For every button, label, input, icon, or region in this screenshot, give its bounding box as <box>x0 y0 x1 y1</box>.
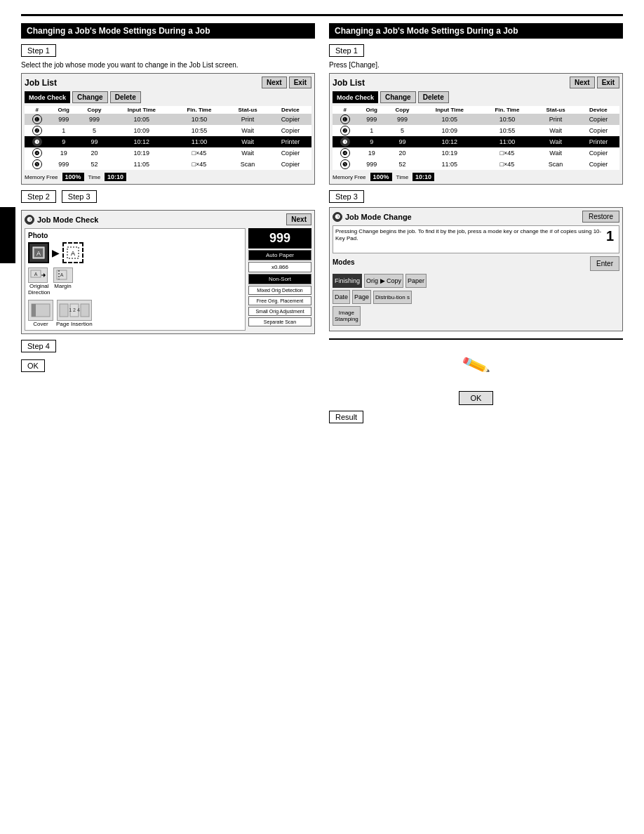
svg-text:A: A <box>60 272 63 277</box>
top-line <box>21 14 623 16</box>
right-memory-value: 100% <box>370 173 392 181</box>
left-step1-label: Step 1 <box>21 44 56 57</box>
left-panel-header: Changing a Job's Mode Settings During a … <box>21 23 315 39</box>
mode-check-next-btn[interactable]: Next <box>286 213 311 225</box>
col-input: Input Time <box>111 106 172 114</box>
time-label: Time <box>88 174 100 180</box>
right-step3-label: Step 3 <box>329 190 364 203</box>
right-ok-btn[interactable]: OK <box>459 391 494 405</box>
svg-marker-8 <box>43 273 46 277</box>
col-copy-r: Copy <box>386 106 419 114</box>
right-job-list-title: Job List <box>333 78 365 88</box>
mode-check-title-text: Job Mode Check <box>37 216 98 224</box>
table-row: ❹ 192010:19□×45 WaitCopier <box>25 147 311 159</box>
table-row: ❶ 99999910:0510:50 PrintCopier <box>25 114 311 125</box>
left-ok-ref: OK <box>21 359 45 372</box>
mode-check-job-num: ❸ <box>25 215 34 225</box>
right-exit-btn[interactable]: Exit <box>597 77 619 88</box>
right-job-table: # Orig Copy Input Time Fin. Time Stat-us… <box>333 106 619 170</box>
separate-scan-btn[interactable]: Separate Scan <box>248 317 311 326</box>
table-row: ❸ 99910:1211:00 WaitPrinter <box>25 136 311 147</box>
free-orig-btn[interactable]: Free Orig. Placement <box>248 296 311 305</box>
left-change-btn[interactable]: Change <box>72 91 108 103</box>
original-direction-label: OriginalDirection <box>28 283 51 296</box>
non-sort-btn[interactable]: Non-Sort <box>248 274 311 284</box>
right-column: Changing a Job's Mode Settings During a … <box>329 23 623 428</box>
right-next-btn[interactable]: Next <box>570 77 595 88</box>
table-row: ❷ 1510:0910:55 WaitCopier <box>333 125 619 136</box>
cover-label: Cover <box>33 321 48 327</box>
col-num-r: # <box>333 106 358 114</box>
left-job-table: # Orig Copy Input Time Fin. Time Stat-us… <box>25 106 311 170</box>
left-job-list-title: Job List <box>25 78 57 88</box>
left-next-btn[interactable]: Next <box>262 77 287 88</box>
left-delete-btn[interactable]: Delete <box>110 91 141 103</box>
col-fin-r: Fin. Time <box>481 106 535 114</box>
restore-btn[interactable]: Restore <box>582 211 619 223</box>
left-mode-check-btn[interactable]: Mode Check <box>25 91 70 103</box>
left-step4-label: Step 4 <box>21 340 56 352</box>
left-job-list-panel: Job List Next Exit Mode Check Change Del… <box>21 73 315 185</box>
orig-copy-btn[interactable]: Orig ▶ Copy <box>364 274 403 288</box>
left-step3-label: Step 3 <box>62 190 97 203</box>
distribution-btn[interactable]: Distribu-tion s <box>373 291 412 304</box>
col-status: Stat-us <box>226 106 269 114</box>
table-row: ❷ 1510:0910:55 WaitCopier <box>25 125 311 136</box>
right-time-value: 10:10 <box>412 173 434 181</box>
col-orig: Orig <box>50 106 78 114</box>
svg-text:1 2 4: 1 2 4 <box>69 307 80 312</box>
bottom-section-line <box>329 338 623 340</box>
modes-label: Modes <box>333 258 355 266</box>
info-text: Pressing Change begins the job. To find … <box>335 228 603 251</box>
mixed-orig-btn[interactable]: Mixed Orig Detection <box>248 286 311 295</box>
right-panel-header: Changing a Job's Mode Settings During a … <box>329 23 623 39</box>
left-exit-btn[interactable]: Exit <box>289 77 311 88</box>
table-row: ❸ 99910:1211:00 WaitPrinter <box>333 136 619 147</box>
svg-text:A: A <box>36 250 41 257</box>
info-box: Pressing Change begins the job. To find … <box>333 225 619 253</box>
memory-free-label: Memory Free <box>25 174 58 180</box>
pencil-area: ✏️ <box>329 354 623 377</box>
margin-icon: A <box>53 267 73 283</box>
page-btn[interactable]: Page <box>352 290 371 304</box>
paper-btn[interactable]: Paper <box>405 274 427 288</box>
right-time-label: Time <box>396 174 408 180</box>
finishing-btn[interactable]: Finishing <box>333 274 362 288</box>
right-step1-text: Press [Change]. <box>329 61 623 69</box>
left-step1-text: Select the job whose mode you want to ch… <box>21 61 315 69</box>
small-orig-btn[interactable]: Small Orig Adjustment <box>248 307 311 316</box>
date-btn[interactable]: Date <box>333 290 350 304</box>
left-step2-label: Step 2 <box>21 190 56 203</box>
left-black-bar <box>0 207 15 263</box>
col-copy: Copy <box>78 106 111 114</box>
right-delete-btn[interactable]: Delete <box>418 91 449 103</box>
right-change-btn[interactable]: Change <box>380 91 416 103</box>
table-row: ❺ 9995211:05□×45 ScanCopier <box>25 159 311 170</box>
page-insertion-icon: 1 2 4 <box>57 300 92 321</box>
pencil-icon: ✏️ <box>460 350 491 380</box>
auto-paper-btn[interactable]: Auto Paper <box>248 250 311 260</box>
time-value: 10:10 <box>105 173 126 181</box>
magnify-btn[interactable]: x0.866 <box>248 262 311 272</box>
table-row: ❺ 9995211:05□×45 ScanCopier <box>333 159 619 170</box>
margin-label: Margin <box>53 283 73 289</box>
image-stamping-btn[interactable]: ImageStamping <box>333 306 361 326</box>
col-status-r: Stat-us <box>534 106 577 114</box>
cover-icon <box>28 300 53 321</box>
svg-rect-17 <box>81 304 89 317</box>
right-memory-free-label: Memory Free <box>333 174 366 180</box>
copy-source-icon: A <box>28 242 49 263</box>
table-row: ❶ 99999910:0510:50 PrintCopier <box>333 114 619 125</box>
right-job-list-panel: Job List Next Exit Mode Check Change Del… <box>329 73 623 185</box>
enter-btn[interactable]: Enter <box>590 256 619 271</box>
right-mode-check-btn[interactable]: Mode Check <box>333 91 378 103</box>
svg-rect-14 <box>60 304 68 317</box>
result-label: Result <box>329 411 363 423</box>
memory-value: 100% <box>62 173 84 181</box>
info-count: 1 <box>603 228 617 251</box>
svg-text:A: A <box>34 272 38 277</box>
mode-count: 999 <box>248 228 311 249</box>
mode-change-panel: ❸ Job Mode Change Restore Pressing Chang… <box>329 207 623 331</box>
col-device: Device <box>269 106 311 114</box>
original-direction-icon: A <box>28 267 48 283</box>
